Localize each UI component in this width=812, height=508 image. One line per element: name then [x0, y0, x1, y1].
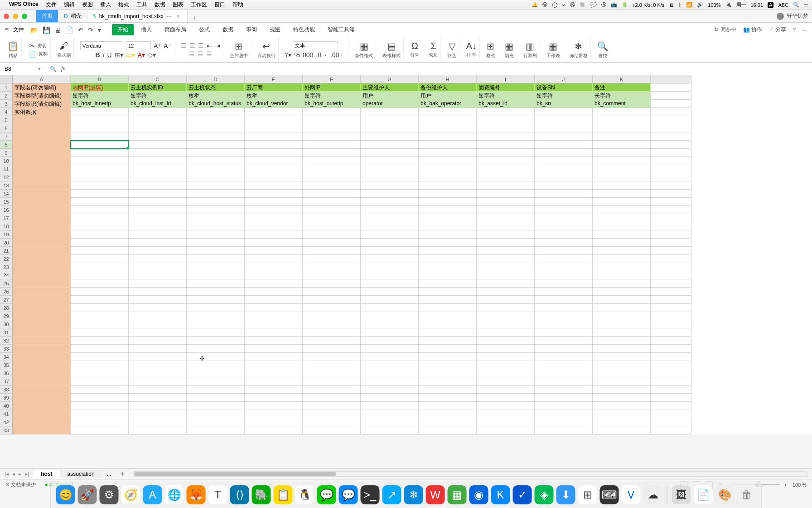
cell-J5[interactable]: [535, 116, 593, 124]
italic-button[interactable]: I: [103, 51, 105, 59]
colhdr-G[interactable]: G: [361, 75, 419, 83]
cell-extra-7[interactable]: [651, 132, 691, 141]
cell-J4[interactable]: [535, 108, 593, 116]
cell-I18[interactable]: [477, 222, 535, 230]
minimize-window-button[interactable]: [13, 14, 18, 19]
rowhdr-35[interactable]: 35: [0, 361, 13, 369]
cell-extra-10[interactable]: [651, 157, 691, 165]
rowhdr-43[interactable]: 43: [0, 426, 13, 435]
cell-extra-25[interactable]: [651, 279, 691, 288]
cell-F37[interactable]: [303, 377, 361, 386]
thousand-icon[interactable]: 000: [303, 51, 313, 59]
sheet-more-button[interactable]: ...: [102, 471, 116, 477]
rowhdr-8[interactable]: 8: [0, 141, 13, 149]
cell-D9[interactable]: [187, 149, 245, 157]
find-button[interactable]: 🔍查找: [597, 41, 609, 59]
cell-A40[interactable]: [13, 402, 71, 410]
cell-E36[interactable]: [245, 369, 303, 377]
cell-G29[interactable]: [361, 312, 419, 320]
k-icon[interactable]: Ⓚ: [570, 1, 575, 8]
undo-icon[interactable]: ↶: [78, 26, 83, 34]
cell-D19[interactable]: [187, 230, 245, 239]
cell-extra-39[interactable]: [651, 394, 691, 402]
cell-B35[interactable]: [71, 361, 129, 369]
cell-B6[interactable]: [71, 124, 129, 132]
cell-A8[interactable]: [13, 141, 71, 149]
cell-C30[interactable]: [129, 320, 187, 328]
cell-J15[interactable]: [535, 198, 593, 206]
cell-K22[interactable]: [593, 255, 651, 263]
cell-D4[interactable]: [187, 108, 245, 116]
cell-H20[interactable]: [419, 239, 477, 247]
cell-K30[interactable]: [593, 320, 651, 328]
cell-reference-box[interactable]: B8 ▾: [0, 63, 45, 75]
cell-D23[interactable]: [187, 263, 245, 271]
cell-A31[interactable]: [13, 328, 71, 337]
cell-C27[interactable]: [129, 296, 187, 304]
cell-G9[interactable]: [361, 149, 419, 157]
dock-item-26[interactable]: ⌨: [600, 485, 619, 504]
symbol-button[interactable]: Ω符号: [410, 41, 419, 59]
cell-H8[interactable]: [419, 141, 477, 149]
cell-J34[interactable]: [535, 353, 593, 361]
cell-C23[interactable]: [129, 263, 187, 271]
cell-E18[interactable]: [245, 222, 303, 230]
rowhdr-11[interactable]: 11: [0, 165, 13, 173]
cell-A14[interactable]: [13, 190, 71, 198]
cell-G4[interactable]: [361, 108, 419, 116]
cell-B4[interactable]: [71, 108, 129, 116]
cell-A20[interactable]: [13, 239, 71, 247]
cell-K33[interactable]: [593, 345, 651, 353]
cell-I16[interactable]: [477, 206, 535, 214]
sync-status[interactable]: ↻ 同步中: [714, 26, 736, 34]
cell-J20[interactable]: [535, 239, 593, 247]
cell-K35[interactable]: [593, 361, 651, 369]
cell-B2[interactable]: 短字符: [71, 92, 129, 100]
cell-D10[interactable]: [187, 157, 245, 165]
cell-B12[interactable]: [71, 173, 129, 181]
colhdr-B[interactable]: B: [71, 75, 129, 83]
rowhdr-5[interactable]: 5: [0, 116, 13, 124]
cell-I23[interactable]: [477, 263, 535, 271]
cell-F32[interactable]: [303, 337, 361, 345]
cell-G17[interactable]: [361, 214, 419, 222]
rowcol-button[interactable]: ▥行和列: [523, 41, 537, 59]
cell-C8[interactable]: [129, 141, 187, 149]
cell-C42[interactable]: [129, 418, 187, 426]
cell-E20[interactable]: [245, 239, 303, 247]
rowhdr-2[interactable]: 2: [0, 92, 13, 100]
cell-K17[interactable]: [593, 214, 651, 222]
cell-extra-1[interactable]: [651, 83, 691, 92]
cell-F9[interactable]: [303, 149, 361, 157]
sheet-next-icon[interactable]: ▸: [19, 471, 21, 477]
cell-H33[interactable]: [419, 345, 477, 353]
cell-K43[interactable]: [593, 426, 651, 435]
cell-H34[interactable]: [419, 353, 477, 361]
tab-docer[interactable]: D稻壳: [58, 10, 87, 22]
cell-extra-29[interactable]: [651, 312, 691, 320]
cell-B20[interactable]: [71, 239, 129, 247]
cell-D5[interactable]: [187, 116, 245, 124]
cell-I20[interactable]: [477, 239, 535, 247]
cell-D41[interactable]: [187, 410, 245, 418]
rowhdr-27[interactable]: 27: [0, 296, 13, 304]
cell-D40[interactable]: [187, 402, 245, 410]
cell-K12[interactable]: [593, 173, 651, 181]
rowhdr-24[interactable]: 24: [0, 271, 13, 279]
cell-H27[interactable]: [419, 296, 477, 304]
cell-E1[interactable]: 云厂商: [245, 83, 303, 92]
dock-item-16[interactable]: ↗: [382, 485, 401, 504]
cell-J7[interactable]: [535, 132, 593, 141]
cell-K11[interactable]: [593, 165, 651, 173]
cell-F19[interactable]: [303, 230, 361, 239]
cell-G28[interactable]: [361, 304, 419, 312]
cell-I29[interactable]: [477, 312, 535, 320]
cell-F34[interactable]: [303, 353, 361, 361]
cell-J37[interactable]: [535, 377, 593, 386]
cell-extra-13[interactable]: [651, 181, 691, 190]
rowhdr-42[interactable]: 42: [0, 418, 13, 426]
cell-J9[interactable]: [535, 149, 593, 157]
fullscreen-window-button[interactable]: [22, 14, 27, 19]
w-icon[interactable]: Ⓦ: [542, 1, 547, 8]
cell-J27[interactable]: [535, 296, 593, 304]
